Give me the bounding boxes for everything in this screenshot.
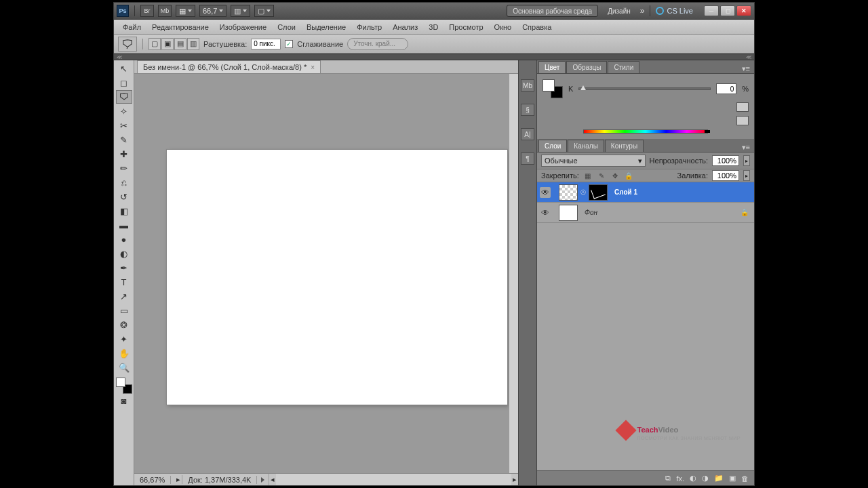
dock-paragraph-icon[interactable]: ¶ (521, 152, 534, 165)
color-panel-swatches[interactable] (542, 79, 563, 98)
minimize-button[interactable]: ─ (704, 5, 719, 16)
horizontal-scrollbar[interactable] (276, 474, 511, 485)
lasso-tool-icon[interactable] (116, 90, 132, 104)
default-fg-swatch[interactable] (736, 102, 749, 112)
blur-tool-icon[interactable]: ● (116, 232, 132, 246)
pen-tool-icon[interactable]: ✒ (116, 261, 132, 274)
path-select-tool-icon[interactable]: ↗ (116, 289, 132, 303)
tab-paths[interactable]: Контуры (605, 140, 644, 152)
canvas-viewport[interactable] (134, 74, 518, 473)
current-tool-icon[interactable] (118, 37, 137, 52)
workspace-design-button[interactable]: Дизайн (602, 5, 636, 17)
heal-tool-icon[interactable]: ✚ (116, 147, 132, 161)
opacity-input[interactable] (712, 155, 739, 166)
delete-layer-icon[interactable]: 🗑 (741, 474, 749, 483)
default-bg-swatch[interactable] (736, 116, 749, 125)
link-icon[interactable]: ⦾ (580, 188, 586, 197)
color-swatches[interactable] (116, 378, 132, 394)
selection-add-icon[interactable]: ▣ (161, 38, 174, 50)
crop-tool-icon[interactable]: ✂ (116, 119, 132, 132)
fill-input[interactable] (712, 170, 739, 181)
vertical-scrollbar[interactable] (509, 74, 518, 473)
menu-window[interactable]: Окно (490, 22, 517, 33)
stamp-tool-icon[interactable]: ⎌ (116, 176, 132, 189)
3d-camera-tool-icon[interactable]: ✦ (116, 332, 132, 346)
app-logo-icon[interactable]: Ps (117, 5, 129, 17)
lock-pixels-icon[interactable]: ✎ (597, 171, 606, 180)
color-spectrum[interactable] (583, 129, 708, 134)
opacity-flyout-icon[interactable]: ▸ (743, 155, 750, 166)
dock-character-icon[interactable]: A| (521, 128, 534, 140)
menu-edit[interactable]: Редактирование (147, 22, 214, 33)
tab-swatches[interactable]: Образцы (566, 61, 607, 73)
status-docsize[interactable]: Док: 1,37M/333,4K (182, 476, 257, 484)
status-flyout-icon[interactable] (261, 477, 264, 483)
tab-color[interactable]: Цвет (538, 61, 566, 73)
refine-edge-button[interactable]: Уточн. край... (347, 38, 408, 50)
menu-file[interactable]: Файл (118, 22, 146, 33)
zoom-tool-icon[interactable]: 🔍 (116, 361, 132, 374)
quickmask-icon[interactable]: ◙ (116, 394, 132, 407)
blend-mode-select[interactable]: Обычные▾ (541, 155, 646, 167)
k-value-input[interactable] (716, 83, 736, 94)
eraser-tool-icon[interactable]: ◧ (116, 204, 132, 218)
panel-collapse-strip[interactable]: ≪≪ (114, 54, 754, 60)
menu-image[interactable]: Изображение (215, 22, 271, 33)
status-zoom[interactable]: 66,67% (134, 476, 171, 484)
menu-help[interactable]: Справка (517, 22, 556, 33)
selection-new-icon[interactable]: ▢ (149, 38, 161, 50)
marquee-tool-icon[interactable]: ◻ (116, 76, 132, 89)
tab-styles[interactable]: Стили (608, 61, 639, 73)
layer-thumbnail[interactable] (559, 184, 578, 201)
workspace-more-icon[interactable]: » (640, 6, 645, 16)
menu-filter[interactable]: Фильтр (352, 22, 387, 33)
color-panel-menu-icon[interactable]: ▾≡ (738, 64, 754, 73)
visibility-icon[interactable]: 👁 (540, 187, 551, 198)
layer-row[interactable]: 👁 Фон 🔒 (537, 203, 754, 223)
layer-thumbnail[interactable] (559, 205, 578, 221)
view-extras-dropdown[interactable]: ▦ (176, 5, 195, 17)
visibility-icon[interactable]: 👁 (540, 207, 551, 218)
mask-thumbnail[interactable] (589, 184, 608, 201)
selection-subtract-icon[interactable]: ▤ (174, 38, 186, 50)
k-slider[interactable] (578, 87, 711, 90)
3d-tool-icon[interactable]: ❂ (116, 318, 132, 331)
gradient-tool-icon[interactable]: ▬ (116, 218, 132, 232)
new-layer-icon[interactable]: ▣ (729, 474, 736, 483)
screenmode-dropdown[interactable]: ▢ (254, 5, 274, 17)
menu-3d[interactable]: 3D (424, 22, 443, 33)
status-chevron-icon[interactable]: ▸ (171, 475, 182, 484)
feather-input[interactable] (251, 39, 281, 49)
menu-layer[interactable]: Слои (273, 22, 300, 33)
group-icon[interactable]: 📁 (714, 474, 724, 483)
layers-panel-menu-icon[interactable]: ▾≡ (738, 143, 754, 152)
maximize-button[interactable]: ◻ (720, 5, 735, 16)
menu-view[interactable]: Просмотр (444, 22, 488, 33)
hand-tool-icon[interactable]: ✋ (116, 346, 132, 360)
eyedropper-tool-icon[interactable]: ✎ (116, 133, 132, 146)
adjustment-icon[interactable]: ◑ (702, 474, 709, 483)
link-layers-icon[interactable]: ⧉ (665, 474, 671, 483)
tab-close-icon[interactable]: × (311, 64, 315, 71)
menu-select[interactable]: Выделение (302, 22, 351, 33)
minibridge-button[interactable]: Mb (158, 5, 172, 17)
shape-tool-icon[interactable]: ▭ (116, 304, 132, 317)
arrange-dropdown[interactable]: ▥ (231, 5, 250, 17)
layer-name[interactable]: Фон (585, 209, 597, 216)
layer-name[interactable]: Слой 1 (614, 188, 637, 196)
move-tool-icon[interactable]: ↖ (116, 62, 132, 75)
mask-icon[interactable]: ◐ (690, 474, 696, 483)
workspace-main-button[interactable]: Основная рабочая среда (507, 5, 598, 17)
brush-tool-icon[interactable]: ✏ (116, 161, 132, 175)
selection-intersect-icon[interactable]: ▥ (187, 38, 199, 50)
tab-channels[interactable]: Каналы (568, 140, 604, 152)
bridge-button[interactable]: Br (140, 5, 154, 17)
type-tool-icon[interactable]: T (116, 275, 132, 289)
document-tab[interactable]: Без имени-1 @ 66,7% (Слой 1, Слой-маска/… (137, 60, 321, 73)
lock-all-icon[interactable]: 🔒 (624, 171, 633, 180)
lock-position-icon[interactable]: ✥ (610, 171, 620, 180)
zoom-dropdown[interactable]: 66,7 (199, 5, 226, 17)
menu-analysis[interactable]: Анализ (388, 22, 422, 33)
history-brush-tool-icon[interactable]: ↺ (116, 190, 132, 203)
dock-histogram-icon[interactable]: § (521, 104, 534, 116)
